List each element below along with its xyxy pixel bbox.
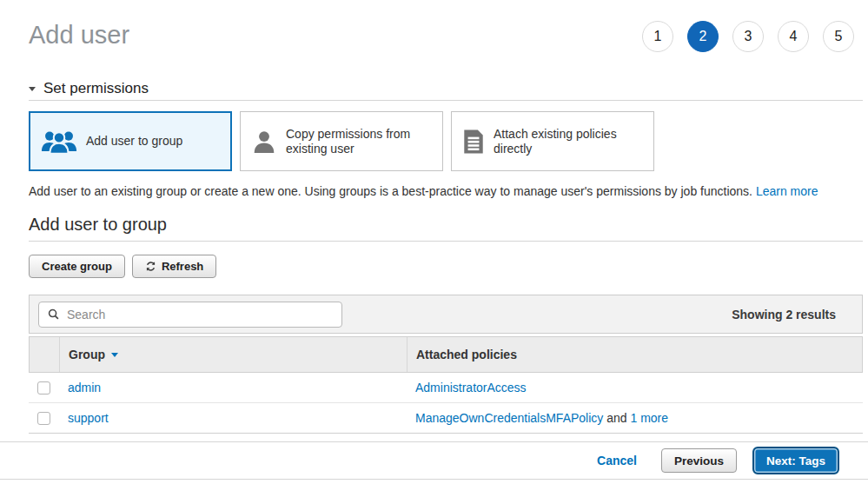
row-checkbox[interactable] [37, 381, 50, 394]
next-label: Next: Tags [766, 454, 825, 467]
description-text: Add user to an existing group or create … [29, 184, 752, 198]
group-icon [41, 129, 77, 155]
group-section-title: Add user to group [29, 215, 863, 242]
create-group-label: Create group [42, 260, 112, 273]
refresh-button[interactable]: Refresh [132, 255, 216, 278]
group-toolbar: Create group Refresh [29, 255, 868, 278]
search-input[interactable] [65, 307, 333, 322]
create-group-button[interactable]: Create group [29, 255, 125, 278]
row-checkbox-cell [29, 373, 59, 402]
step-3: 3 [732, 21, 764, 52]
refresh-icon [145, 261, 156, 272]
group-column-label: Group [69, 348, 105, 361]
group-cell: admin [59, 373, 407, 402]
table-search-bar: Showing 2 results [29, 295, 863, 334]
groups-table: Showing 2 results Group Attached policie… [29, 295, 863, 434]
results-count: Showing 2 results [732, 308, 836, 322]
set-permissions-section-header[interactable]: Set permissions [29, 80, 863, 101]
table-row-admin: admin AdministratorAccess [29, 373, 863, 403]
row-checkbox[interactable] [37, 412, 50, 425]
column-header-group[interactable]: Group [60, 337, 407, 372]
table-header-row: Group Attached policies [29, 336, 863, 373]
header-checkbox-cell [30, 337, 60, 372]
search-box[interactable] [38, 302, 342, 328]
more-policies-link[interactable]: 1 more [630, 411, 668, 425]
policy-link[interactable]: ManageOwnCredentialsMFAPolicy [415, 411, 603, 425]
table-row-support: support ManageOwnCredentialsMFAPolicy an… [29, 403, 863, 434]
card-label: Attach existing policies directly [494, 127, 643, 156]
step-4: 4 [778, 21, 809, 52]
cancel-link[interactable]: Cancel [597, 454, 637, 467]
group-cell: support [59, 403, 407, 433]
policy-link[interactable]: AdministratorAccess [415, 381, 527, 394]
page-header: Add user 1 2 3 4 5 [29, 17, 854, 52]
sort-descending-icon [111, 353, 118, 357]
section-title: Set permissions [43, 80, 149, 97]
card-copy-permissions[interactable]: Copy permissions from existing user [240, 111, 443, 171]
search-icon [48, 308, 59, 320]
step-indicator: 1 2 3 4 5 [642, 21, 854, 52]
card-add-user-to-group[interactable]: Add user to group [29, 111, 232, 171]
policies-cell: AdministratorAccess [407, 373, 863, 402]
previous-button[interactable]: Previous [661, 448, 737, 473]
policies-column-label: Attached policies [416, 348, 517, 361]
row-checkbox-cell [29, 403, 59, 433]
group-link[interactable]: support [68, 411, 109, 425]
refresh-label: Refresh [162, 260, 203, 273]
next-tags-button[interactable]: Next: Tags [752, 447, 839, 474]
document-icon [462, 129, 485, 155]
permission-option-cards: Add user to group Copy permissions from … [29, 111, 863, 171]
permissions-description: Add user to an existing group or create … [29, 183, 863, 200]
page-title: Add user [29, 17, 129, 52]
policies-cell: ManageOwnCredentialsMFAPolicy and 1 more [407, 403, 863, 433]
card-label: Add user to group [86, 134, 182, 149]
column-header-policies: Attached policies [407, 337, 862, 372]
step-5: 5 [823, 21, 854, 52]
step-1: 1 [642, 21, 673, 52]
group-link[interactable]: admin [68, 381, 101, 394]
policy-suffix-text: and [603, 411, 630, 425]
card-label: Copy permissions from existing user [286, 127, 432, 156]
learn-more-link[interactable]: Learn more [756, 184, 818, 198]
card-attach-policies[interactable]: Attach existing policies directly [451, 111, 654, 171]
collapse-caret-icon [29, 87, 36, 91]
wizard-footer: Cancel Previous Next: Tags [0, 441, 868, 480]
step-2-active: 2 [687, 21, 719, 52]
user-icon [251, 129, 277, 154]
previous-label: Previous [674, 454, 724, 467]
add-user-page: Add user 1 2 3 4 5 Set permissions [0, 17, 868, 484]
